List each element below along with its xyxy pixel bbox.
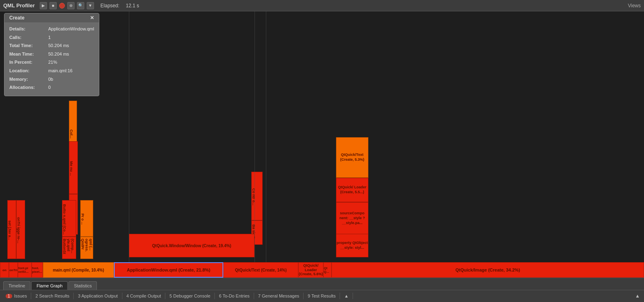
status-todo[interactable]: 6 To-Do Entries xyxy=(215,293,254,299)
popup-title-bar: Create ✕ xyxy=(4,13,99,22)
timeline-marker-1 xyxy=(129,11,129,278)
issues-badge: 1 xyxy=(6,294,12,298)
top-bar: QML Profiler ▶ ■ ⊕ 🔍 ▼ Elapsed: 12.1 s V… xyxy=(0,0,644,11)
fb-qtloader[interactable]: QtQuick/ Loader (Create, 5.6%) xyxy=(298,262,323,278)
fb-ontri1[interactable]: onTri xyxy=(9,262,18,278)
tab-bar: Timeline Flame Graph Statistics xyxy=(0,278,644,290)
fg-block-control[interactable]: Co ntr o... xyxy=(251,172,263,220)
popup-row: Details:ApplicationWindow.qml xyxy=(9,26,94,33)
fg-block-qttext-create[interactable]: QtQuick/Text (Create, 5.3%) xyxy=(336,137,368,178)
search-results-label: 2 Search Results xyxy=(35,293,69,298)
issues-label: Issues xyxy=(14,293,27,298)
stop-button[interactable]: ■ xyxy=(49,2,57,9)
toolbar-controls: ▶ ■ ⊕ 🔍 ▼ Elapsed: 12.1 s xyxy=(40,2,139,9)
create-popup: Create ✕ Details:ApplicationWindow.qmlCa… xyxy=(4,13,99,96)
views-button[interactable]: Views xyxy=(628,3,641,9)
popup-row-label: Details: xyxy=(9,26,46,33)
popup-row-label: Calls: xyxy=(9,34,46,41)
status-messages[interactable]: 7 General Messages xyxy=(254,293,304,299)
status-test-results[interactable]: 9 Test Results xyxy=(304,293,340,299)
flame-bottom-row: on onTri font.pi xelSi... font. pixel...… xyxy=(0,262,644,278)
popup-row: In Percent:21% xyxy=(9,59,94,66)
status-bar: 1 Issues 2 Search Results 3 Application … xyxy=(0,290,644,302)
debugger-label: 5 Debugger Console xyxy=(169,293,210,298)
filter-button[interactable]: ▼ xyxy=(87,2,94,9)
attach-button[interactable]: ⊕ xyxy=(67,2,75,9)
fb-fontpx2[interactable]: font. pixel... xyxy=(32,262,43,278)
record-button[interactable]: ▶ xyxy=(40,2,47,9)
popup-row-label: In Percent: xyxy=(9,59,46,66)
fb-appwindow[interactable]: ApplicationWindow.qml (Create, 21.8%) xyxy=(114,262,223,278)
popup-row-value: 0 xyxy=(48,84,51,91)
status-app-output[interactable]: 3 Application Output xyxy=(74,293,122,299)
elapsed-label: Elapsed: xyxy=(101,3,120,9)
popup-row: Location:main.qml:16 xyxy=(9,67,94,75)
fg-block-buttonstyle[interactable]: ButtonSt yle.qml (Comp... xyxy=(62,237,76,259)
elapsed-value: 12.1 s xyxy=(126,3,139,9)
fg-block-qtwindow[interactable]: QtQuick.Window/Window (Create, 19.4%) xyxy=(129,234,255,257)
fg-block-qtloader[interactable]: QtQuick/ Loader (Create, 5.5...) xyxy=(336,178,368,202)
popup-row: Allocations:0 xyxy=(9,84,94,91)
status-expand-arrow[interactable]: ▲ xyxy=(340,293,353,299)
popup-row-label: Mean Time: xyxy=(9,51,46,58)
messages-label: 7 General Messages xyxy=(258,293,300,298)
active-indicator xyxy=(59,3,65,9)
fg-block-buttonqml[interactable]: Butto n.qml (Co... xyxy=(62,200,76,237)
fg-block-trigger1[interactable]: onTri igge re-... xyxy=(16,200,25,259)
popup-row-value: main.qml:16 xyxy=(48,67,73,75)
popup-row: Mean Time:50.204 ms xyxy=(9,51,94,58)
popup-row: Total Time:50.204 ms xyxy=(9,42,94,50)
popup-row: Memory:0b xyxy=(9,76,94,83)
popup-row-label: Allocations: xyxy=(9,84,46,91)
popup-row-value: ApplicationWindow.qml xyxy=(48,26,94,33)
popup-rows: Details:ApplicationWindow.qmlCalls:1Tota… xyxy=(9,26,94,91)
timeline-marker-2 xyxy=(255,11,255,278)
fb-mainqml[interactable]: main.qml (Compile, 10.4%) xyxy=(43,262,114,278)
search-button[interactable]: 🔍 xyxy=(77,2,84,9)
timeline-marker-3 xyxy=(266,11,266,278)
status-issues[interactable]: 1 Issues xyxy=(2,293,31,299)
popup-row-label: Memory: xyxy=(9,76,46,83)
popup-title-text: Create xyxy=(9,15,24,21)
tab-flamegraph[interactable]: Flame Graph xyxy=(31,281,68,290)
compile-output-label: 4 Compile Output xyxy=(126,293,161,298)
fg-block-property[interactable]: property QtObject __style: styl... xyxy=(336,234,368,257)
status-scroll-up[interactable]: ▲ xyxy=(633,292,642,300)
tab-statistics[interactable]: Statistics xyxy=(68,281,97,290)
app-output-label: 3 Application Output xyxy=(78,293,118,298)
fb-qtimage[interactable]: QtQuick/Image (Create, 34.2%) xyxy=(332,262,644,278)
fg-block-set[interactable]: set (Jav a... xyxy=(7,200,16,259)
fb-fontpx1[interactable]: font.pi xelSi... xyxy=(18,262,32,278)
popup-row-value: 0b xyxy=(48,76,53,83)
tab-timeline[interactable]: Timeline xyxy=(3,281,30,290)
fb-qt[interactable]: Qt Q... xyxy=(323,262,332,278)
app-title: QML Profiler xyxy=(3,2,35,9)
todo-label: 6 To-Do Entries xyxy=(219,293,250,298)
status-compile-output[interactable]: 4 Compile Output xyxy=(122,293,166,299)
popup-row-label: Total Time: xyxy=(9,42,46,50)
fg-block-menu1[interactable]: Me nu ... xyxy=(69,141,78,194)
fb-on1[interactable]: on xyxy=(0,262,9,278)
fg-block-sourcecomponent[interactable]: sourceCompo nent: __style ?__style.pa... xyxy=(336,202,368,235)
fg-block-qmlprogress[interactable]: QmlPr ogress. qml (... xyxy=(80,237,93,259)
popup-row-label: Location: xyxy=(9,67,46,75)
status-debugger[interactable]: 5 Debugger Console xyxy=(165,293,215,299)
popup-row-value: 21% xyxy=(48,59,57,66)
popup-row-value: 50.204 ms xyxy=(48,51,69,58)
status-search-results[interactable]: 2 Search Results xyxy=(31,293,74,299)
fb-qttext[interactable]: QtQuick/Text (Create, 14%) xyxy=(223,262,298,278)
popup-row-value: 1 xyxy=(48,34,51,41)
test-results-label: 9 Test Results xyxy=(308,293,336,298)
popup-row-value: 50.204 ms xyxy=(48,42,69,50)
bottom-tabs: Timeline Flame Graph Statistics 1 Issues… xyxy=(0,278,644,302)
popup-close-button[interactable]: ✕ xyxy=(90,15,94,21)
fg-block-pro[interactable]: Pr o ... xyxy=(80,200,93,237)
popup-row: Calls:1 xyxy=(9,34,94,41)
